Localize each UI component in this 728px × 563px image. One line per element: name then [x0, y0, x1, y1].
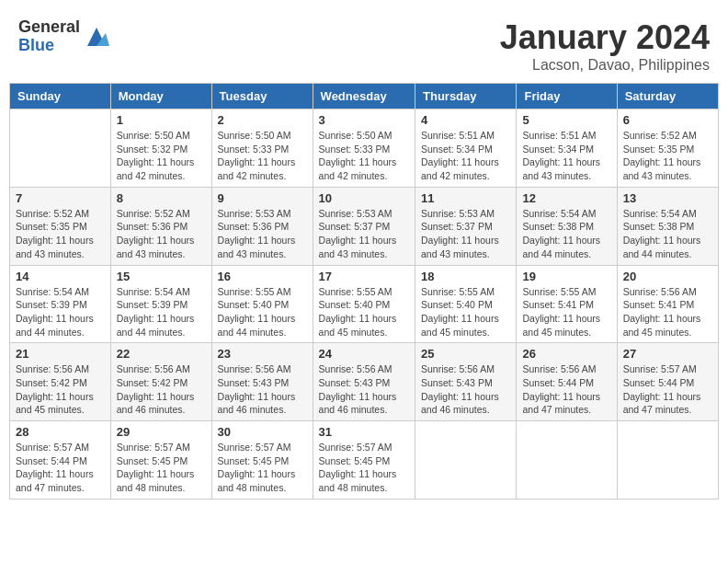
- calendar-cell: 8Sunrise: 5:52 AMSunset: 5:36 PMDaylight…: [110, 187, 211, 265]
- calendar-cell: [415, 421, 517, 500]
- day-number: 27: [623, 347, 712, 361]
- day-info: Sunrise: 5:50 AMSunset: 5:33 PMDaylight:…: [218, 129, 307, 183]
- day-number: 31: [319, 425, 409, 439]
- day-info: Sunrise: 5:53 AMSunset: 5:36 PMDaylight:…: [218, 207, 307, 261]
- day-number: 24: [319, 347, 409, 361]
- calendar-week-row: 7Sunrise: 5:52 AMSunset: 5:35 PMDaylight…: [10, 187, 719, 265]
- day-info: Sunrise: 5:57 AMSunset: 5:44 PMDaylight:…: [16, 441, 105, 495]
- day-info: Sunrise: 5:57 AMSunset: 5:44 PMDaylight:…: [623, 362, 712, 417]
- calendar-cell: 11Sunrise: 5:53 AMSunset: 5:37 PMDayligh…: [415, 187, 517, 265]
- day-number: 4: [421, 113, 510, 127]
- day-number: 15: [117, 270, 206, 283]
- calendar-cell: 7Sunrise: 5:52 AMSunset: 5:35 PMDaylight…: [10, 187, 111, 265]
- calendar-cell: 3Sunrise: 5:50 AMSunset: 5:33 PMDaylight…: [313, 109, 415, 188]
- calendar-cell: 17Sunrise: 5:55 AMSunset: 5:40 PMDayligh…: [313, 265, 415, 343]
- day-info: Sunrise: 5:55 AMSunset: 5:40 PMDaylight:…: [319, 285, 409, 339]
- day-number: 29: [117, 425, 206, 439]
- calendar-cell: 31Sunrise: 5:57 AMSunset: 5:45 PMDayligh…: [313, 421, 415, 500]
- day-info: Sunrise: 5:56 AMSunset: 5:43 PMDaylight:…: [319, 362, 409, 417]
- calendar-week-row: 14Sunrise: 5:54 AMSunset: 5:39 PMDayligh…: [10, 265, 719, 343]
- day-number: 26: [522, 347, 610, 361]
- calendar-cell: 9Sunrise: 5:53 AMSunset: 5:36 PMDaylight…: [211, 187, 313, 265]
- day-number: 22: [117, 347, 206, 361]
- calendar-week-row: 21Sunrise: 5:56 AMSunset: 5:42 PMDayligh…: [10, 343, 719, 421]
- day-number: 11: [421, 191, 510, 205]
- day-info: Sunrise: 5:51 AMSunset: 5:34 PMDaylight:…: [421, 129, 510, 183]
- day-number: 9: [218, 191, 307, 205]
- calendar-cell: 24Sunrise: 5:56 AMSunset: 5:43 PMDayligh…: [313, 343, 415, 421]
- day-number: 30: [218, 425, 307, 439]
- day-number: 7: [16, 191, 105, 205]
- day-info: Sunrise: 5:54 AMSunset: 5:38 PMDaylight:…: [623, 207, 712, 261]
- day-info: Sunrise: 5:52 AMSunset: 5:35 PMDaylight:…: [16, 207, 105, 261]
- calendar-cell: 30Sunrise: 5:57 AMSunset: 5:45 PMDayligh…: [211, 421, 313, 500]
- day-number: 17: [319, 270, 409, 283]
- calendar-cell: 13Sunrise: 5:54 AMSunset: 5:38 PMDayligh…: [617, 187, 718, 265]
- day-info: Sunrise: 5:53 AMSunset: 5:37 PMDaylight:…: [421, 207, 510, 261]
- calendar-cell: 28Sunrise: 5:57 AMSunset: 5:44 PMDayligh…: [10, 421, 111, 500]
- day-info: Sunrise: 5:55 AMSunset: 5:40 PMDaylight:…: [218, 285, 307, 339]
- calendar-table: SundayMondayTuesdayWednesdayThursdayFrid…: [9, 83, 719, 500]
- calendar-cell: 14Sunrise: 5:54 AMSunset: 5:39 PMDayligh…: [10, 265, 111, 343]
- calendar-cell: [617, 421, 718, 500]
- weekday-header-wednesday: Wednesday: [313, 84, 415, 109]
- calendar-cell: 15Sunrise: 5:54 AMSunset: 5:39 PMDayligh…: [110, 265, 211, 343]
- day-info: Sunrise: 5:55 AMSunset: 5:41 PMDaylight:…: [522, 285, 610, 339]
- day-info: Sunrise: 5:57 AMSunset: 5:45 PMDaylight:…: [117, 441, 206, 495]
- day-info: Sunrise: 5:57 AMSunset: 5:45 PMDaylight:…: [218, 441, 307, 495]
- day-number: 19: [522, 270, 610, 283]
- day-number: 20: [623, 270, 712, 283]
- logo-blue-text: Blue: [18, 37, 80, 55]
- calendar-cell: 6Sunrise: 5:52 AMSunset: 5:35 PMDaylight…: [617, 109, 718, 188]
- day-number: 6: [623, 113, 712, 127]
- calendar-cell: 27Sunrise: 5:57 AMSunset: 5:44 PMDayligh…: [617, 343, 718, 421]
- day-number: 16: [218, 270, 307, 283]
- title-section: January 2024 Lacson, Davao, Philippines: [500, 18, 710, 74]
- calendar-cell: 1Sunrise: 5:50 AMSunset: 5:32 PMDaylight…: [110, 109, 211, 188]
- day-info: Sunrise: 5:54 AMSunset: 5:38 PMDaylight:…: [522, 207, 610, 261]
- logo: General Blue: [18, 18, 109, 55]
- day-info: Sunrise: 5:56 AMSunset: 5:42 PMDaylight:…: [117, 362, 206, 417]
- day-number: 13: [623, 191, 712, 205]
- day-number: 25: [421, 347, 510, 361]
- day-number: 28: [16, 425, 105, 439]
- day-info: Sunrise: 5:50 AMSunset: 5:33 PMDaylight:…: [319, 129, 409, 183]
- day-number: 5: [522, 113, 610, 127]
- weekday-header-friday: Friday: [517, 84, 617, 109]
- calendar-cell: 25Sunrise: 5:56 AMSunset: 5:43 PMDayligh…: [415, 343, 517, 421]
- calendar-cell: 4Sunrise: 5:51 AMSunset: 5:34 PMDaylight…: [415, 109, 517, 188]
- day-info: Sunrise: 5:56 AMSunset: 5:43 PMDaylight:…: [421, 362, 510, 417]
- calendar-cell: 22Sunrise: 5:56 AMSunset: 5:42 PMDayligh…: [110, 343, 211, 421]
- day-number: 23: [218, 347, 307, 361]
- calendar-cell: [517, 421, 617, 500]
- day-number: 2: [218, 113, 307, 127]
- day-info: Sunrise: 5:56 AMSunset: 5:43 PMDaylight:…: [218, 362, 307, 417]
- calendar-cell: 16Sunrise: 5:55 AMSunset: 5:40 PMDayligh…: [211, 265, 313, 343]
- calendar-week-row: 1Sunrise: 5:50 AMSunset: 5:32 PMDaylight…: [10, 109, 719, 188]
- calendar-cell: 29Sunrise: 5:57 AMSunset: 5:45 PMDayligh…: [110, 421, 211, 500]
- day-number: 3: [319, 113, 409, 127]
- calendar-cell: [10, 109, 111, 188]
- calendar-cell: 10Sunrise: 5:53 AMSunset: 5:37 PMDayligh…: [313, 187, 415, 265]
- day-info: Sunrise: 5:50 AMSunset: 5:32 PMDaylight:…: [117, 129, 206, 183]
- day-number: 12: [522, 191, 610, 205]
- weekday-header-tuesday: Tuesday: [211, 84, 313, 109]
- day-info: Sunrise: 5:52 AMSunset: 5:36 PMDaylight:…: [117, 207, 206, 261]
- weekday-header-sunday: Sunday: [10, 84, 111, 109]
- calendar-cell: 2Sunrise: 5:50 AMSunset: 5:33 PMDaylight…: [211, 109, 313, 188]
- weekday-header-row: SundayMondayTuesdayWednesdayThursdayFrid…: [10, 84, 719, 109]
- calendar-cell: 20Sunrise: 5:56 AMSunset: 5:41 PMDayligh…: [617, 265, 718, 343]
- calendar-cell: 23Sunrise: 5:56 AMSunset: 5:43 PMDayligh…: [211, 343, 313, 421]
- day-number: 1: [117, 113, 206, 127]
- month-year-title: January 2024: [500, 18, 710, 57]
- calendar-week-row: 28Sunrise: 5:57 AMSunset: 5:44 PMDayligh…: [10, 421, 719, 500]
- weekday-header-thursday: Thursday: [415, 84, 517, 109]
- day-info: Sunrise: 5:56 AMSunset: 5:42 PMDaylight:…: [16, 362, 105, 417]
- calendar-cell: 26Sunrise: 5:56 AMSunset: 5:44 PMDayligh…: [517, 343, 617, 421]
- calendar-cell: 21Sunrise: 5:56 AMSunset: 5:42 PMDayligh…: [10, 343, 111, 421]
- day-number: 21: [16, 347, 105, 361]
- day-info: Sunrise: 5:52 AMSunset: 5:35 PMDaylight:…: [623, 129, 712, 183]
- logo-icon: [84, 24, 109, 50]
- logo-general-text: General: [18, 18, 80, 37]
- calendar-cell: 19Sunrise: 5:55 AMSunset: 5:41 PMDayligh…: [517, 265, 617, 343]
